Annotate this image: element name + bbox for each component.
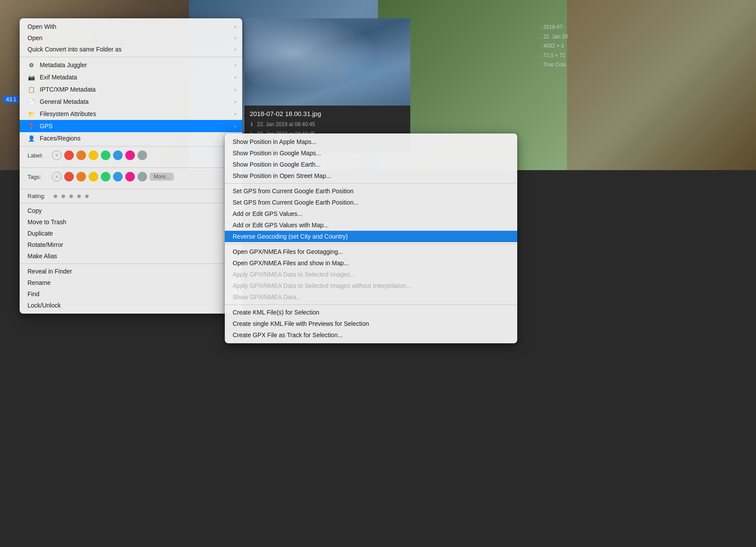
tags-color-orange[interactable] <box>76 172 86 181</box>
show-openstreetmap-label: Show Position in Open Street Map... <box>233 172 331 179</box>
label-color-orange[interactable] <box>76 150 86 160</box>
gps-add-edit-map[interactable]: Add or Edit GPS Values with Map... <box>225 219 517 231</box>
menu-item-duplicate[interactable]: Duplicate <box>20 228 242 239</box>
filesystem-label: Filesystem Attributes <box>40 110 96 117</box>
menu-item-gps[interactable]: 📍 GPS › <box>20 120 242 132</box>
label-color-gray[interactable] <box>137 150 147 160</box>
general-metadata-label: General Metadata <box>40 98 89 105</box>
label-color-pink[interactable] <box>125 150 135 160</box>
menu-item-trash[interactable]: Move to Trash ⌦ <box>20 216 242 228</box>
menu-item-iptc[interactable]: 📋 IPTC/XMP Metadata › <box>20 83 242 96</box>
open-gpx-geotagging-label: Open GPX/NMEA Files for Geotagging... <box>233 248 343 255</box>
tags-color-green[interactable] <box>101 172 110 181</box>
right-info-4: : 72,0 × 72 <box>540 51 749 61</box>
menu-item-exif[interactable]: 📷 Exif Metadata › <box>20 71 242 83</box>
tags-color-gray[interactable] <box>137 172 147 181</box>
chevron-icon-exif: › <box>234 75 236 80</box>
open-gpx-map-label: Open GPX/NMEA Files and show in Map... <box>233 260 349 267</box>
general-metadata-content: 📄 General Metadata <box>27 98 89 106</box>
filesystem-icon: 📁 <box>27 110 35 118</box>
gps-show-gpx: Show GPX/NMEA Data... <box>225 291 517 303</box>
meta-icon-1: ⬇ <box>250 120 254 129</box>
exif-content: 📷 Exif Metadata <box>27 73 77 81</box>
gps-open-gpx-map[interactable]: Open GPX/NMEA Files and show in Map... <box>225 257 517 269</box>
gps-show-apple-maps[interactable]: Show Position in Apple Maps... <box>225 136 517 147</box>
menu-item-open-label: Open <box>27 34 42 41</box>
chevron-icon-gps: › <box>234 123 236 129</box>
tags-color-pink[interactable] <box>125 172 135 181</box>
image-meta-row-1: ⬇ 22. Jan 2019 at 08:40:45 <box>250 120 405 130</box>
tags-color-red[interactable] <box>64 172 74 181</box>
filesystem-content: 📁 Filesystem Attributes <box>27 110 96 118</box>
menu-item-filesystem[interactable]: 📁 Filesystem Attributes › <box>20 108 242 120</box>
gps-create-single-kml[interactable]: Create single KML File with Previews for… <box>225 318 517 329</box>
tags-color-blue[interactable] <box>113 172 123 181</box>
gps-separator-3 <box>225 304 517 305</box>
menu-item-copy[interactable]: Copy ⌘ C <box>20 205 242 216</box>
create-kml-label: Create KML File(s) for Selection <box>233 309 320 316</box>
rating-dot-2[interactable] <box>62 195 65 198</box>
tags-more-button[interactable]: More... <box>150 173 174 181</box>
menu-item-open-with-label: Open With <box>27 23 56 30</box>
menu-item-quick-convert[interactable]: Quick Convert into same Folder as › <box>20 44 242 55</box>
menu-item-rename[interactable]: Rename › <box>20 277 242 288</box>
right-info-3: : 4032 × 3 <box>540 41 749 51</box>
iptc-label: IPTC/XMP Metadata <box>40 86 96 93</box>
label-color-blue[interactable] <box>113 150 123 160</box>
label-color-clear[interactable] <box>52 150 62 160</box>
menu-item-rotate[interactable]: Rotate/Mirror › <box>20 239 242 250</box>
rename-label: Rename <box>27 279 51 286</box>
chevron-icon-iptc: › <box>234 87 236 92</box>
menu-item-general-metadata[interactable]: 📄 General Metadata › <box>20 96 242 108</box>
gps-add-edit[interactable]: Add or Edit GPS Values... <box>225 208 517 219</box>
menu-item-open[interactable]: Open › <box>20 32 242 44</box>
tags-section: Tags: More... <box>20 170 242 187</box>
gps-apply-gpx: Apply GPX/NMEA Data to Selected Images..… <box>225 269 517 280</box>
exif-icon: 📷 <box>27 73 35 81</box>
rating-dot-1[interactable] <box>54 195 57 198</box>
label-section: Label: <box>20 148 242 166</box>
add-edit-map-label: Add or Edit GPS Values with Map... <box>233 222 329 229</box>
metadata-juggler-label: Metadata Juggler <box>40 62 87 68</box>
duplicate-label: Duplicate <box>27 230 53 237</box>
find-label: Find <box>27 291 39 297</box>
label-color-red[interactable] <box>64 150 74 160</box>
gps-set-google2[interactable]: Set GPS from Current Google Earth Positi… <box>225 197 517 208</box>
rating-section: Rating: <box>20 191 242 201</box>
lock-unlock-label: Lock/Unlock <box>27 302 61 309</box>
rotate-label: Rotate/Mirror <box>27 241 63 248</box>
gps-reverse-geocoding[interactable]: Reverse Geocoding (set City and Country) <box>225 231 517 242</box>
rating-dot-4[interactable] <box>77 195 81 198</box>
menu-item-open-with[interactable]: Open With › <box>20 21 242 32</box>
tags-color-clear[interactable] <box>52 172 62 181</box>
menu-item-reveal-finder[interactable]: Reveal in Finder <box>20 266 242 277</box>
menu-item-faces[interactable]: 👤 Faces/Regions › <box>20 132 242 144</box>
faces-icon: 👤 <box>27 134 35 142</box>
rating-dot-5[interactable] <box>85 195 89 198</box>
right-panel: : 2018-07- : 22. Jan 20 : 4032 × 3 : 72,… <box>533 18 756 74</box>
label-color-yellow[interactable] <box>89 150 98 160</box>
reveal-finder-label: Reveal in Finder <box>27 268 72 275</box>
gps-show-google-earth[interactable]: Show Position in Google Earth... <box>225 159 517 170</box>
gps-open-gpx-geotagging[interactable]: Open GPX/NMEA Files for Geotagging... <box>225 246 517 257</box>
gps-set-google1[interactable]: Set GPS from Current Google Earth Positi… <box>225 185 517 197</box>
gps-show-openstreetmap[interactable]: Show Position in Open Street Map... <box>225 170 517 181</box>
gps-create-kml[interactable]: Create KML File(s) for Selection <box>225 307 517 318</box>
faces-label: Faces/Regions <box>40 135 80 142</box>
menu-item-metadata-juggler[interactable]: ⚙ Metadata Juggler › <box>20 59 242 71</box>
gps-show-google-maps[interactable]: Show Position in Google Maps... <box>225 147 517 159</box>
label-color-green[interactable] <box>101 150 110 160</box>
make-alias-label: Make Alias <box>27 253 57 260</box>
gps-icon: 📍 <box>27 122 35 130</box>
blue-badge: 43.1 <box>3 96 19 103</box>
exif-label: Exif Metadata <box>40 74 77 81</box>
menu-item-quick-convert-label: Quick Convert into same Folder as <box>27 46 122 53</box>
tags-color-yellow[interactable] <box>89 172 98 181</box>
menu-item-make-alias[interactable]: Make Alias <box>20 250 242 262</box>
gps-create-gpx[interactable]: Create GPX File as Track for Selection..… <box>225 329 517 341</box>
chevron-icon-general: › <box>234 99 236 104</box>
menu-item-lock-unlock[interactable]: Lock/Unlock › <box>20 300 242 311</box>
menu-item-find[interactable]: Find › <box>20 288 242 300</box>
rating-dot-3[interactable] <box>69 195 73 198</box>
right-info-1: : 2018-07- <box>540 23 749 32</box>
